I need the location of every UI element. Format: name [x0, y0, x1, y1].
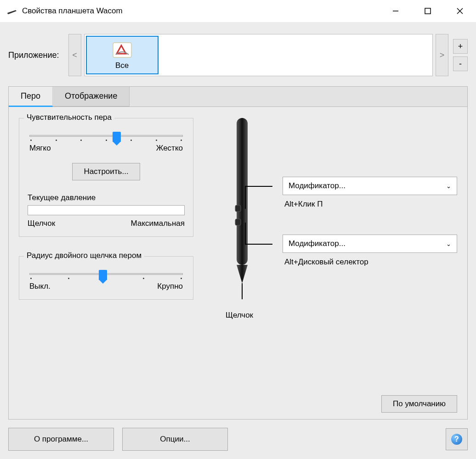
lower-pen-button-map: Модификатор... ⌄ Alt+Дисковый селектор [283, 235, 457, 267]
upper-pen-button-map: Модификатор... ⌄ Alt+Клик П [283, 177, 457, 209]
customize-button[interactable]: Настроить... [72, 163, 140, 180]
upper-button-type: Модификатор... [289, 181, 346, 190]
pen-diagram: Модификатор... ⌄ Alt+Клик П Модификатор.… [212, 118, 457, 329]
dblclick-off-label: Выкл. [29, 282, 51, 291]
svg-rect-6 [113, 43, 131, 57]
tab-mapping[interactable]: Отображение [53, 87, 130, 106]
application-strip: Все [84, 34, 433, 76]
svg-marker-8 [237, 265, 248, 283]
dblclick-slider[interactable] [29, 273, 183, 275]
lower-button-dropdown[interactable]: Модификатор... ⌄ [283, 235, 457, 253]
upper-button-dropdown[interactable]: Модификатор... ⌄ [283, 177, 457, 195]
tip-feel-slider[interactable] [29, 135, 183, 137]
app-prev-button[interactable]: < [68, 34, 81, 76]
options-button[interactable]: Опции... [122, 428, 228, 451]
tip-feel-thumb[interactable] [113, 132, 121, 142]
tablet-icon [6, 7, 17, 15]
tip-soft-label: Мягко [29, 144, 51, 153]
titlebar: Свойства планшета Wacom [0, 0, 476, 22]
pen-tip-label: Щелчок [212, 311, 267, 320]
close-button[interactable] [444, 0, 476, 22]
pressure-click-label: Щелчок [28, 219, 55, 228]
svg-rect-7 [237, 118, 248, 265]
lower-button-value: Alt+Дисковый селектор [283, 257, 457, 267]
help-icon: ? [451, 434, 462, 445]
lower-button-type: Модификатор... [289, 239, 346, 248]
application-label: Приложение: [8, 50, 59, 60]
pressure-meter [28, 205, 185, 215]
app-item-label: Все [115, 61, 129, 70]
app-item-all[interactable]: Все [86, 36, 159, 74]
add-app-button[interactable]: + [453, 39, 468, 54]
default-button[interactable]: По умолчанию [381, 395, 457, 413]
svg-marker-0 [7, 10, 17, 14]
double-click-group: Радиус двойного щелчка пером Выкл. Крупн… [19, 256, 193, 300]
svg-rect-11 [235, 219, 241, 225]
current-pressure-label: Текущее давление [28, 193, 185, 202]
tip-feel-group: Чувствительность пера Мягко Жестко Нас [19, 118, 193, 237]
app-next-button[interactable]: > [436, 34, 448, 76]
svg-rect-10 [235, 205, 241, 212]
tip-feel-title: Чувствительность пера [24, 113, 114, 122]
about-button[interactable]: О программе... [8, 428, 114, 451]
remove-app-button[interactable]: - [453, 56, 468, 71]
dblclick-large-label: Крупно [157, 282, 183, 291]
all-apps-icon [110, 40, 134, 60]
tab-pen[interactable]: Перо [9, 87, 53, 107]
tab-bar: Перо Отображение [9, 87, 467, 107]
dblclick-thumb[interactable] [99, 270, 107, 280]
bottom-button-row: О программе... Опции... ? [8, 428, 468, 451]
settings-panel: Перо Отображение Чувствительность пера [8, 86, 468, 420]
help-button[interactable]: ? [446, 428, 468, 450]
tip-firm-label: Жестко [156, 144, 183, 153]
window-title: Свойства планшета Wacom [22, 6, 380, 16]
pen-icon [228, 118, 256, 302]
chevron-down-icon: ⌄ [446, 241, 451, 247]
minimize-button[interactable] [380, 0, 412, 22]
pressure-max-label: Максимальная [131, 219, 185, 228]
upper-button-value: Alt+Клик П [283, 200, 457, 209]
svg-rect-3 [425, 8, 431, 14]
chevron-down-icon: ⌄ [446, 183, 451, 190]
application-selector-row: Приложение: < Все > + - [8, 34, 468, 76]
maximize-button[interactable] [412, 0, 444, 22]
double-click-title: Радиус двойного щелчка пером [24, 251, 144, 260]
